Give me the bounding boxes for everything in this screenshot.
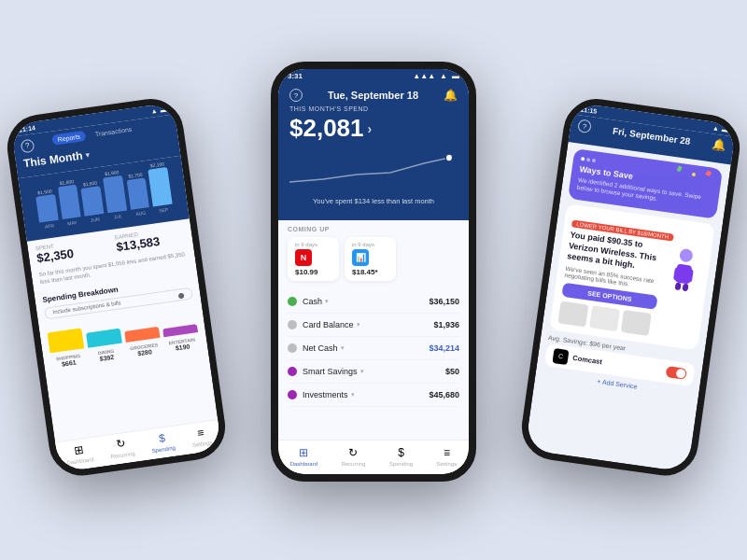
bar <box>58 185 81 220</box>
left-nav-item[interactable]: ⊞ Dashboard <box>64 441 94 466</box>
center-signal-icon: ▲▲▲ <box>413 72 435 80</box>
account-left: Card Balance ▾ <box>288 320 360 329</box>
coming-up-amount: $10.99 <box>295 268 331 276</box>
center-status-icons: ▲▲▲ ▲ ▬ <box>413 72 459 80</box>
nav-icon: $ <box>158 431 166 445</box>
svg-point-1 <box>679 248 694 263</box>
thumbnail-3 <box>621 310 652 336</box>
coming-up-amount: $18.45* <box>352 268 388 276</box>
bar-month: JUL <box>113 213 122 219</box>
phone-scene: 11:14 ▲ ▬ ? Reports Transactions This <box>47 28 700 532</box>
right-wifi-icon: ▲ <box>712 124 720 132</box>
service-left: C Comcast <box>552 348 602 370</box>
bar-col: $1,900 JUL <box>102 169 128 220</box>
left-wifi-icon: ▲ <box>150 107 158 115</box>
svg-rect-6 <box>683 283 689 291</box>
right-bell-icon[interactable]: 🔔 <box>712 138 727 153</box>
center-spend-arrow-icon[interactable]: › <box>368 121 373 136</box>
account-dot <box>288 297 297 306</box>
phone-center: 3:31 ▲▲▲ ▲ ▬ ? Tue, September 18 🔔 THIS … <box>271 62 476 482</box>
coming-up-items: in 9 days N $10.99 in 9 days 📊 $18.45* <box>288 237 459 281</box>
nav-label: Spending <box>151 445 176 454</box>
center-spend-note: You've spent $134 less than last month <box>289 193 458 207</box>
bar <box>126 177 149 210</box>
center-coming-up: COMING UP in 9 days N $10.99 in 9 days 📊… <box>278 220 469 287</box>
service-logo: C <box>552 348 569 365</box>
bar <box>35 194 58 223</box>
center-screen: 3:31 ▲▲▲ ▲ ▬ ? Tue, September 18 🔔 THIS … <box>278 69 469 474</box>
nav-label: Recurring <box>110 451 135 460</box>
right-help-icon[interactable]: ? <box>577 119 592 133</box>
center-bell-icon[interactable]: 🔔 <box>444 89 458 102</box>
center-nav-item[interactable]: ⊞ Dashboard <box>290 446 317 467</box>
account-amount: $45,680 <box>429 390 459 399</box>
center-wifi-icon: ▲ <box>440 72 447 80</box>
account-left: Investments ▾ <box>288 390 355 399</box>
bar-col: $1,800 MAY <box>57 178 82 227</box>
nav-label: Dashboard <box>66 456 94 466</box>
coming-up-item-icon: N <box>295 249 312 266</box>
ways-dot-3 <box>592 159 597 163</box>
account-left: Cash ▾ <box>288 297 329 306</box>
center-status-bar: 3:31 ▲▲▲ ▲ ▬ <box>278 69 469 83</box>
account-row[interactable]: Investments ▾ $45,680 <box>288 384 459 407</box>
right-date: Fri, September 28 <box>613 125 692 147</box>
left-nav-item[interactable]: ↻ Recurring <box>108 436 135 459</box>
account-amount: $1,936 <box>433 320 459 329</box>
center-help-icon[interactable]: ? <box>289 89 303 102</box>
bar-month: JUN <box>91 217 100 223</box>
center-nav-item[interactable]: $ Spending <box>389 446 413 467</box>
right-time: 11:15 <box>580 105 598 114</box>
phone-right: 11:15 ▲ ▬ ? Fri, September 28 🔔 <box>517 94 743 480</box>
bar-col: $1,700 AUG <box>125 171 150 217</box>
account-chevron-icon: ▾ <box>341 344 345 352</box>
account-dot <box>288 343 297 353</box>
account-amount: $50 <box>445 367 459 376</box>
center-nav-item[interactable]: ≡ Settings <box>437 446 458 467</box>
service-toggle[interactable] <box>665 366 686 380</box>
coming-up-item-icon: 📊 <box>352 249 369 266</box>
breakdown-bar <box>124 327 160 343</box>
nav-label: Dashboard <box>290 461 317 467</box>
left-status-icons: ▲ ▬ <box>150 105 167 114</box>
bar-col: $2,100 SEP <box>148 161 174 214</box>
left-screen: 11:14 ▲ ▬ ? Reports Transactions This <box>10 102 222 472</box>
bar <box>81 186 105 217</box>
center-battery-icon: ▬ <box>452 72 459 80</box>
center-spend-label: THIS MONTH'S SPEND <box>289 105 458 112</box>
account-name: Card Balance ▾ <box>303 320 360 329</box>
center-header: ? Tue, September 18 🔔 THIS MONTH'S SPEND… <box>278 83 469 220</box>
left-stat-earned: EARNED $13,583 <box>115 225 186 254</box>
breakdown-label: SHOPPING $661 <box>50 352 86 369</box>
left-bottom-nav: ⊞ Dashboard ↻ Recurring $ Spending ≡ Set… <box>55 419 222 472</box>
account-row[interactable]: Smart Savings ▾ $50 <box>288 360 459 384</box>
breakdown-bar <box>86 328 122 347</box>
nav-icon: $ <box>398 446 404 459</box>
thumbnail-1 <box>557 301 588 327</box>
left-nav-item[interactable]: $ Spending <box>149 430 176 454</box>
account-name: Smart Savings ▾ <box>303 367 364 376</box>
center-date: Tue, September 18 <box>303 90 444 101</box>
center-nav-item[interactable]: ↻ Recurring <box>341 446 365 467</box>
left-nav-item[interactable]: ≡ Settings <box>190 425 213 448</box>
center-bottom-nav: ⊞ Dashboard ↻ Recurring $ Spending ≡ Set… <box>278 440 469 474</box>
nav-icon: ≡ <box>197 426 205 440</box>
reports-tab[interactable]: Reports <box>51 131 87 146</box>
transactions-tab[interactable]: Transactions <box>89 123 138 140</box>
left-time: 11:14 <box>19 124 36 133</box>
nav-label: Spending <box>389 461 413 467</box>
account-left: Net Cash ▾ <box>288 343 345 353</box>
bill-illustration <box>664 244 704 298</box>
bill-card: LOWER YOUR BILL BY $18/MONTH You paid $9… <box>549 203 714 350</box>
phone-left: 11:14 ▲ ▬ ? Reports Transactions This <box>3 94 229 480</box>
account-row[interactable]: Cash ▾ $36,150 <box>288 290 459 314</box>
account-row[interactable]: Net Cash ▾ $34,214 <box>288 337 459 360</box>
nav-icon: ↻ <box>348 446 358 459</box>
left-help-icon[interactable]: ? <box>21 138 35 153</box>
breakdown-label: GROCERIES $280 <box>126 342 162 358</box>
account-left: Smart Savings ▾ <box>288 367 364 376</box>
account-row[interactable]: Card Balance ▾ $1,936 <box>288 314 459 337</box>
nav-icon: ⊞ <box>73 442 84 456</box>
nav-icon: ↻ <box>116 437 127 451</box>
bar-month: MAY <box>67 219 78 226</box>
